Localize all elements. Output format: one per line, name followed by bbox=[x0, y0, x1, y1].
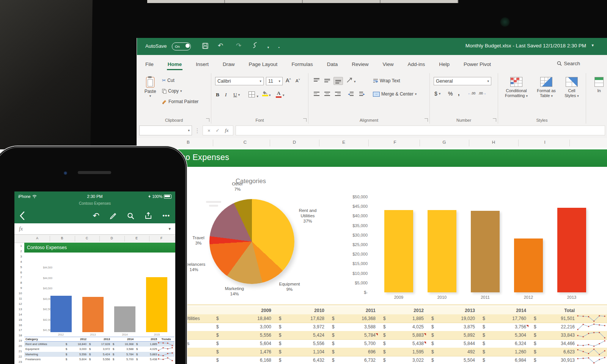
enter-icon[interactable]: ✓ bbox=[216, 128, 220, 133]
cell[interactable]: $1,476 bbox=[211, 349, 274, 355]
increase-indent-icon[interactable]: ▸ bbox=[358, 91, 366, 97]
decrease-decimal-button[interactable]: .00→ bbox=[478, 91, 486, 95]
phone-column-D[interactable]: D bbox=[110, 236, 113, 240]
align-top-icon[interactable] bbox=[312, 77, 321, 84]
undo-icon[interactable]: ↶ bbox=[216, 42, 225, 50]
conditional-formatting-button[interactable]: Conditional Formatting ▾ bbox=[502, 77, 531, 99]
format-as-table-button[interactable]: Format as Table ▾ bbox=[533, 77, 560, 99]
cell[interactable]: $3,972 bbox=[274, 324, 327, 329]
cell[interactable]: $6,168 bbox=[211, 358, 274, 363]
cell[interactable]: $5,304 bbox=[477, 333, 528, 338]
bar-2013[interactable] bbox=[557, 208, 586, 292]
cut-button[interactable]: ✂Cut bbox=[162, 78, 175, 83]
phone-row-number[interactable]: 13 bbox=[19, 308, 22, 311]
tab-home[interactable]: Home bbox=[167, 59, 183, 69]
tab-view[interactable]: View bbox=[382, 59, 394, 69]
decrease-indent-icon[interactable]: ◂ bbox=[346, 91, 355, 97]
cell[interactable]: $696 bbox=[327, 349, 378, 355]
table-row-equipment[interactable]: Equipment$3,000$3,972$3,588$4,025$3,875$… bbox=[164, 323, 607, 331]
cell[interactable]: $1,885 bbox=[378, 316, 426, 321]
cell[interactable]: $1,104 bbox=[274, 349, 327, 355]
cell[interactable]: $19,020 bbox=[426, 316, 477, 321]
phone-column-A[interactable]: A bbox=[36, 236, 38, 240]
phone-more-icon[interactable]: ••• bbox=[162, 212, 170, 219]
phone-column-headers[interactable]: ABCDEF bbox=[14, 235, 175, 243]
phone-row-number[interactable]: 6 bbox=[20, 271, 22, 274]
column-header-B[interactable]: B bbox=[187, 140, 190, 144]
table-row-other[interactable]: Other$6,168$6,432$6,732$3,022$5,504$6,98… bbox=[164, 356, 607, 364]
phone-bar-chart[interactable]: $44,500$44,000$43,500$43,000$42,500$42,0… bbox=[24, 253, 175, 337]
paste-button[interactable]: Paste ▾ bbox=[142, 77, 159, 98]
cell[interactable]: $3,000 bbox=[211, 324, 274, 329]
align-center-icon[interactable] bbox=[323, 91, 332, 97]
fill-color-dropdown-icon[interactable]: ▾ bbox=[269, 93, 271, 97]
column-headers[interactable]: BCDEFGHI bbox=[137, 138, 607, 148]
cancel-icon[interactable]: × bbox=[208, 128, 211, 133]
cell[interactable]: $5,883 bbox=[378, 333, 426, 338]
ink-dropdown-icon[interactable]: ▾ bbox=[264, 44, 273, 51]
phone-bar-2015[interactable] bbox=[146, 277, 167, 333]
tab-draw[interactable]: Draw bbox=[222, 59, 236, 69]
cell[interactable]: $17,760 bbox=[477, 316, 528, 321]
format-painter-button[interactable]: Format Painter bbox=[162, 99, 198, 104]
phone-column-E[interactable]: E bbox=[135, 236, 138, 240]
phone-bar-2014[interactable] bbox=[114, 306, 135, 333]
cell[interactable]: $91,501 bbox=[528, 316, 577, 321]
underline-button[interactable]: U▾ bbox=[232, 91, 241, 99]
percent-style-button[interactable]: % bbox=[448, 91, 453, 97]
accounting-dropdown-icon[interactable]: ▾ bbox=[439, 92, 441, 96]
table-row-travel[interactable]: Travel$1,476$1,104$696$1,595$492$1,260$6… bbox=[164, 348, 607, 356]
cell[interactable]: $5,504 bbox=[426, 358, 477, 363]
cell[interactable]: $5,556 bbox=[211, 333, 274, 338]
comma-style-button[interactable]: , bbox=[458, 90, 459, 97]
phone-column-F[interactable]: F bbox=[160, 236, 162, 240]
phone-row-number[interactable]: 11 bbox=[19, 297, 22, 300]
number-dialog-launcher[interactable] bbox=[493, 118, 496, 122]
column-header-D[interactable]: D bbox=[293, 140, 296, 144]
phone-row-number[interactable]: 17 bbox=[19, 328, 22, 332]
phone-table-row-rent-and-utilities[interactable]: Rent and Utilities$18,840$17,628$16,368$… bbox=[24, 342, 175, 347]
table-row-freelancers[interactable]: Freelancers$5,604$5,556$5,700$5,438$5,84… bbox=[164, 339, 607, 348]
save-icon[interactable] bbox=[201, 42, 210, 49]
phone-table[interactable]: Category2012201320142015TrendsRent and U… bbox=[14, 337, 175, 364]
phone-undo-icon[interactable]: ↶ bbox=[93, 212, 100, 220]
borders-dropdown-icon[interactable]: ▾ bbox=[256, 94, 258, 98]
copy-button[interactable]: Copy▾ bbox=[162, 88, 182, 94]
cell[interactable]: $5,700 bbox=[327, 341, 378, 346]
phone-column-C[interactable]: C bbox=[86, 236, 88, 240]
orientation-dropdown-icon[interactable]: ▾ bbox=[354, 80, 356, 83]
more-commands-icon[interactable]: ▪ bbox=[274, 44, 283, 51]
phone-bar-2012[interactable] bbox=[50, 296, 72, 332]
ribbon-search[interactable]: Search bbox=[557, 61, 580, 66]
increase-decimal-button[interactable]: ←.00 bbox=[468, 91, 475, 95]
cell[interactable]: $16,368 bbox=[327, 316, 378, 321]
tab-formulas[interactable]: Formulas bbox=[291, 59, 313, 69]
borders-button[interactable]: ▾ bbox=[248, 91, 258, 99]
cell[interactable]: $5,424 bbox=[274, 333, 327, 338]
grow-font-button[interactable]: A˄ bbox=[286, 77, 291, 83]
cell[interactable]: $34,466 bbox=[528, 341, 577, 346]
column-header-H[interactable]: H bbox=[492, 140, 495, 144]
phone-row-number[interactable]: 1 bbox=[20, 244, 22, 248]
formula-input[interactable] bbox=[236, 126, 605, 135]
phone-row-number[interactable]: 5 bbox=[20, 265, 22, 269]
cell[interactable]: $6,984 bbox=[477, 358, 528, 363]
phone-row-number[interactable]: 16 bbox=[19, 323, 22, 327]
column-header-G[interactable]: G bbox=[443, 140, 446, 144]
phone-row-number[interactable]: 9 bbox=[20, 286, 22, 290]
autosave-toggle[interactable]: On bbox=[172, 42, 191, 50]
align-left-icon[interactable] bbox=[312, 91, 321, 97]
cell[interactable]: $3,588 bbox=[327, 324, 378, 329]
phone-row-number[interactable]: 14 bbox=[19, 313, 22, 316]
phone-row-number[interactable]: 8 bbox=[20, 281, 22, 284]
cell[interactable]: $6,732 bbox=[327, 358, 378, 363]
phone-table-row-equipment[interactable]: Equipment$3,000$3,972$3,588$4,025 bbox=[24, 347, 175, 351]
font-color-button[interactable]: A bbox=[276, 90, 281, 98]
font-family-select[interactable]: Calibri▾ bbox=[215, 77, 264, 85]
cell[interactable]: $5,604 bbox=[211, 341, 274, 346]
cell[interactable]: $1,595 bbox=[378, 349, 426, 355]
number-format-select[interactable]: General▾ bbox=[434, 77, 491, 85]
tab-data[interactable]: Data bbox=[326, 59, 339, 69]
phone-search-icon[interactable] bbox=[127, 212, 134, 220]
align-bottom-icon[interactable] bbox=[333, 77, 343, 85]
